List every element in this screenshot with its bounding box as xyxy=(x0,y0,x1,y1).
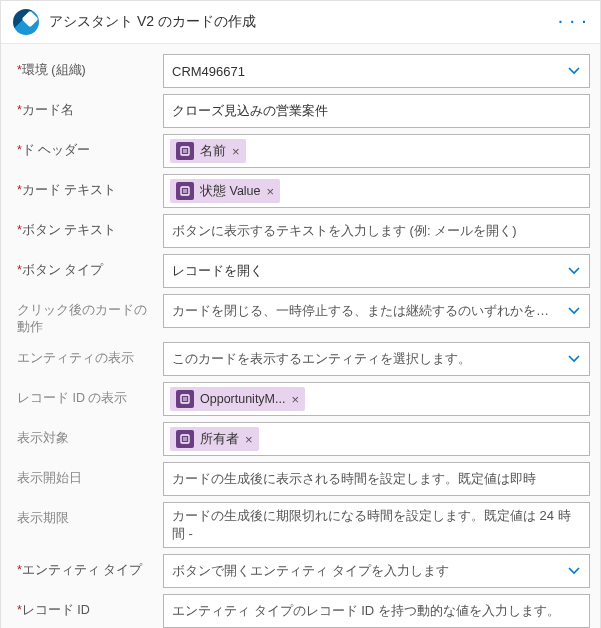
label-post-click: クリック後のカードの動作 xyxy=(11,294,163,336)
svg-rect-0 xyxy=(181,147,189,155)
label-entity-display: エンティティの表示 xyxy=(11,342,163,376)
display-target-input[interactable]: 所有者 × xyxy=(163,422,590,456)
field-environment: *環境 (組織) CRM496671 xyxy=(11,54,590,88)
label-expiry: 表示期限 xyxy=(11,502,163,548)
token-owner: 所有者 × xyxy=(170,427,259,451)
label-display-target: 表示対象 xyxy=(11,422,163,456)
remove-token-icon[interactable]: × xyxy=(232,145,240,158)
dynamic-content-icon xyxy=(176,390,194,408)
record-id-input[interactable]: エンティティ タイプのレコード ID を持つ動的な値を入力します。 xyxy=(163,594,590,628)
field-expiry: 表示期限 カードの生成後に期限切れになる時間を設定します。既定値は 24 時間 … xyxy=(11,502,590,548)
card-header-input[interactable]: 名前 × xyxy=(163,134,590,168)
dynamic-content-icon xyxy=(176,182,194,200)
card-name-input[interactable]: クローズ見込みの営業案件 xyxy=(163,94,590,128)
svg-rect-9 xyxy=(181,435,189,443)
button-type-select[interactable]: レコードを開く xyxy=(163,254,590,288)
chevron-down-icon xyxy=(567,264,581,278)
remove-token-icon[interactable]: × xyxy=(291,393,299,406)
card-text-input[interactable]: 状態 Value × xyxy=(163,174,590,208)
chevron-down-icon xyxy=(567,352,581,366)
button-text-input[interactable]: ボタンに表示するテキストを入力します (例: メールを開く) xyxy=(163,214,590,248)
chevron-down-icon xyxy=(567,564,581,578)
label-record-id: *レコード ID xyxy=(11,594,163,628)
token-name: 名前 × xyxy=(170,139,246,163)
field-button-text: *ボタン テキスト ボタンに表示するテキストを入力します (例: メールを開く) xyxy=(11,214,590,248)
record-id-display-input[interactable]: OpportunityM... × xyxy=(163,382,590,416)
post-click-select[interactable]: カードを閉じる、一時停止する、または継続するのいずれかを選択してください。 xyxy=(163,294,590,328)
remove-token-icon[interactable]: × xyxy=(245,433,253,446)
field-entity-type: *エンティティ タイプ ボタンで開くエンティティ タイプを入力します xyxy=(11,554,590,588)
chevron-down-icon xyxy=(567,64,581,78)
more-menu-button[interactable]: · · · xyxy=(559,14,588,30)
label-button-text: *ボタン テキスト xyxy=(11,214,163,248)
form-body: *環境 (組織) CRM496671 *カード名 クローズ見込みの営業案件 xyxy=(1,44,600,628)
label-card-header: *ド ヘッダー xyxy=(11,134,163,168)
chevron-down-icon xyxy=(567,304,581,318)
label-record-id-display: レコード ID の表示 xyxy=(11,382,163,416)
field-card-header: *ド ヘッダー 名前 × xyxy=(11,134,590,168)
remove-token-icon[interactable]: × xyxy=(267,185,275,198)
field-card-text: *カード テキスト 状態 Value × xyxy=(11,174,590,208)
field-record-id: *レコード ID エンティティ タイプのレコード ID を持つ動的な値を入力しま… xyxy=(11,594,590,628)
label-start-date: 表示開始日 xyxy=(11,462,163,496)
start-date-input[interactable]: カードの生成後に表示される時間を設定します。既定値は即時 xyxy=(163,462,590,496)
label-card-name: *カード名 xyxy=(11,94,163,128)
card-header: アシスタント V2 のカードの作成 · · · xyxy=(1,1,600,44)
label-entity-type: *エンティティ タイプ xyxy=(11,554,163,588)
dynamic-content-icon xyxy=(176,430,194,448)
field-record-id-display: レコード ID の表示 OpportunityM... × xyxy=(11,382,590,416)
expiry-input[interactable]: カードの生成後に期限切れになる時間を設定します。既定値は 24 時間 - xyxy=(163,502,590,548)
field-post-click: クリック後のカードの動作 カードを閉じる、一時停止する、または継続するのいずれか… xyxy=(11,294,590,336)
connector-icon xyxy=(13,9,39,35)
svg-rect-3 xyxy=(181,187,189,195)
field-start-date: 表示開始日 カードの生成後に表示される時間を設定します。既定値は即時 xyxy=(11,462,590,496)
token-status-value: 状態 Value × xyxy=(170,179,280,203)
entity-display-select[interactable]: このカードを表示するエンティティを選択します。 xyxy=(163,342,590,376)
label-button-type: *ボタン タイプ xyxy=(11,254,163,288)
label-card-text: *カード テキスト xyxy=(11,174,163,208)
field-button-type: *ボタン タイプ レコードを開く xyxy=(11,254,590,288)
field-entity-display: エンティティの表示 このカードを表示するエンティティを選択します。 xyxy=(11,342,590,376)
field-display-target: 表示対象 所有者 × xyxy=(11,422,590,456)
svg-rect-6 xyxy=(181,395,189,403)
field-card-name: *カード名 クローズ見込みの営業案件 xyxy=(11,94,590,128)
card-title: アシスタント V2 のカードの作成 xyxy=(49,13,559,31)
environment-select[interactable]: CRM496671 xyxy=(163,54,590,88)
entity-type-select[interactable]: ボタンで開くエンティティ タイプを入力します xyxy=(163,554,590,588)
connector-card: アシスタント V2 のカードの作成 · · · *環境 (組織) CRM4966… xyxy=(0,0,601,628)
dynamic-content-icon xyxy=(176,142,194,160)
label-environment: *環境 (組織) xyxy=(11,54,163,88)
token-opportunity: OpportunityM... × xyxy=(170,387,305,411)
